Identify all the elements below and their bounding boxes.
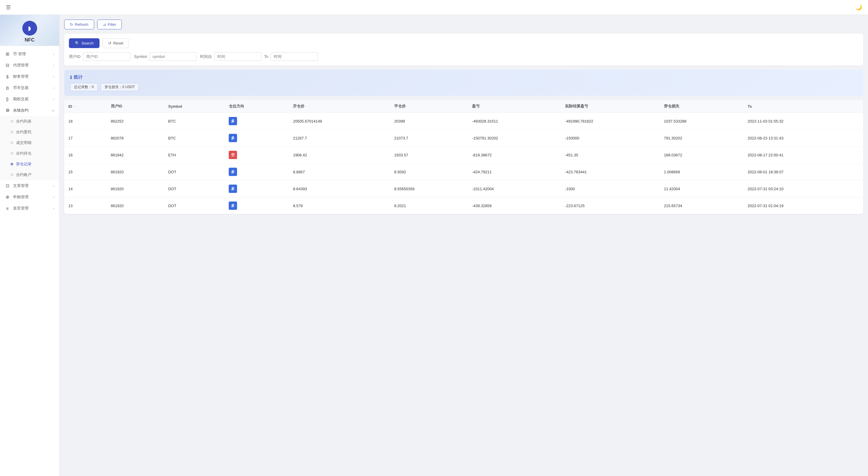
chevron-right-icon: › bbox=[53, 75, 54, 78]
cell-id: 18 bbox=[64, 113, 106, 130]
hamburger-menu[interactable]: ☰ bbox=[6, 4, 11, 11]
cell-close-price: 8.55650356 bbox=[390, 180, 468, 197]
table-row: 18 862252 BTC 多 20505.67014149 20399 -49… bbox=[64, 113, 863, 130]
cell-open-price: 8.8867 bbox=[289, 164, 390, 180]
perpetual-icon: ⚙ bbox=[5, 108, 10, 113]
time-from-field-group: 时间自 To bbox=[200, 52, 318, 61]
sidebar-item-currency-management[interactable]: ⊞ 币 管理 › bbox=[0, 48, 59, 60]
cell-id: 17 bbox=[64, 130, 106, 146]
table-row: 16 861942 ETH 空 1908.42 1933.57 -619.386… bbox=[64, 146, 863, 164]
logo-icon: ◗ bbox=[22, 21, 37, 36]
table-container: ID ↑ 用户ID Symbol 仓位方向 开仓价 平仓价 盈亏 实际结算盈亏 … bbox=[64, 100, 863, 214]
theme-toggle[interactable]: 🌙 bbox=[856, 4, 862, 11]
cell-pnl: -150791.30202 bbox=[468, 130, 561, 146]
table-row: 14 861920 DOT 多 8.64393 8.55650356 -1011… bbox=[64, 180, 863, 197]
col-actual-pnl: 实际结算盈亏 bbox=[561, 100, 660, 113]
time-to-input[interactable] bbox=[271, 52, 318, 61]
sidebar-item-article-management[interactable]: ⊡ 文章管理 › bbox=[0, 180, 59, 192]
sidebar-item-trade-detail[interactable]: 成交明细 bbox=[0, 137, 59, 148]
cell-symbol: BTC bbox=[164, 113, 224, 130]
cell-open-price: 8.579 bbox=[289, 197, 390, 214]
sidebar-item-contract-account[interactable]: 合约账户 bbox=[0, 169, 59, 180]
refresh-icon: ↻ bbox=[70, 22, 73, 27]
cell-open-price: 20505.67014149 bbox=[289, 113, 390, 130]
sidebar-item-contract-list[interactable]: 合约列表 bbox=[0, 116, 59, 127]
sidebar-item-homepage-management[interactable]: ≡ 首页管理 › bbox=[0, 203, 59, 214]
reset-label: Reset bbox=[113, 41, 123, 45]
sidebar-item-futures-trading[interactable]: ₿ 期权交易 › bbox=[0, 94, 59, 105]
cell-direction: 多 bbox=[224, 180, 289, 197]
top-header: ☰ 🌙 bbox=[0, 0, 868, 15]
reset-button[interactable]: ↺ Reset bbox=[102, 38, 129, 48]
dot-icon bbox=[11, 131, 13, 133]
col-ts: Ts bbox=[744, 100, 863, 113]
sidebar-item-label: 代理管理 bbox=[13, 63, 29, 68]
cell-id: 15 bbox=[64, 164, 106, 180]
cell-pnl: -493028.31511 bbox=[468, 113, 561, 130]
col-pnl: 盈亏 bbox=[468, 100, 561, 113]
time-from-label: 时间自 bbox=[200, 54, 212, 59]
currency-icon: ⊞ bbox=[5, 52, 10, 57]
sidebar-item-contract-order[interactable]: 合约委托 bbox=[0, 127, 59, 137]
main-content: ↻ Refresh ⊿ Filter 🔍 Search ↺ Reset bbox=[59, 15, 868, 476]
cell-close-price: 1933.57 bbox=[390, 146, 468, 164]
cell-liquidation-loss: 215.65734 bbox=[660, 197, 744, 214]
cell-liquidation-loss: 791.30202 bbox=[660, 130, 744, 146]
symbol-label: Symbol bbox=[134, 54, 147, 59]
cell-close-price: 8.5092 bbox=[390, 164, 468, 180]
total-records-badge: 总记录数：0 bbox=[70, 83, 98, 91]
chevron-right-icon: › bbox=[53, 195, 54, 199]
sub-item-label: 成交明细 bbox=[16, 140, 31, 145]
user-id-input[interactable] bbox=[83, 52, 130, 61]
search-button[interactable]: 🔍 Search bbox=[69, 38, 99, 48]
filter-button[interactable]: ⊿ Filter bbox=[97, 20, 122, 29]
liquidation-loss-badge: 穿仓损失：0 USDT bbox=[101, 83, 139, 91]
cell-actual-pnl: -423.783441 bbox=[561, 164, 660, 180]
logo-symbol: ◗ bbox=[28, 25, 31, 32]
cell-user-id: 862078 bbox=[106, 130, 164, 146]
sidebar-item-coin-trading[interactable]: B 币市交易 › bbox=[0, 82, 59, 94]
sidebar-item-contract-position[interactable]: 合约持仓 bbox=[0, 148, 59, 159]
chevron-right-icon: › bbox=[53, 184, 54, 188]
sub-item-label: 合约持仓 bbox=[16, 151, 31, 156]
sidebar-item-agent-management[interactable]: ⊟ 代理管理 › bbox=[0, 60, 59, 71]
cell-close-price: 8.2021 bbox=[390, 197, 468, 214]
sidebar-item-finance-management[interactable]: $ 财务管理 › bbox=[0, 71, 59, 82]
stats-title: ℹ 统计 bbox=[70, 74, 857, 80]
data-table: ID ↑ 用户ID Symbol 仓位方向 开仓价 平仓价 盈亏 实际结算盈亏 … bbox=[64, 100, 863, 214]
perpetual-submenu: 合约列表 合约委托 成交明细 合约持仓 穿仓记录 bbox=[0, 116, 59, 180]
subscription-icon: ⊕ bbox=[5, 194, 10, 200]
cell-direction: 多 bbox=[224, 197, 289, 214]
cell-symbol: BTC bbox=[164, 130, 224, 146]
cell-ts: 2022-07-31 01:04:19 bbox=[744, 197, 863, 214]
search-icon: 🔍 bbox=[75, 41, 80, 45]
cell-open-price: 8.64393 bbox=[289, 180, 390, 197]
sidebar-item-subscription-management[interactable]: ⊕ 申购管理 › bbox=[0, 192, 59, 203]
reset-icon: ↺ bbox=[108, 41, 112, 45]
direction-badge: 多 bbox=[229, 168, 237, 176]
cell-close-price: 21073.7 bbox=[390, 130, 468, 146]
futures-icon: ₿ bbox=[5, 97, 10, 102]
sidebar-item-liquidation-record[interactable]: 穿仓记录 bbox=[0, 159, 59, 169]
direction-badge: 多 bbox=[229, 184, 237, 193]
cell-user-id: 861942 bbox=[106, 146, 164, 164]
search-bar: 🔍 Search ↺ Reset 用户ID Symbol 时间 bbox=[64, 34, 863, 66]
toolbar: ↻ Refresh ⊿ Filter bbox=[64, 20, 863, 29]
symbol-input[interactable] bbox=[149, 52, 197, 61]
sidebar-item-perpetual-contract[interactable]: ⚙ 永续合约 ∨ bbox=[0, 105, 59, 116]
sidebar-logo: ◗ NFC bbox=[0, 15, 59, 46]
refresh-button[interactable]: ↻ Refresh bbox=[64, 20, 94, 29]
cell-ts: 2022-11-03 01:55:32 bbox=[744, 113, 863, 130]
col-close-price: 平仓价 bbox=[390, 100, 468, 113]
col-user-id: 用户ID bbox=[106, 100, 164, 113]
cell-pnl: -439.32859 bbox=[468, 197, 561, 214]
time-to-separator: To bbox=[264, 54, 268, 59]
cell-pnl: -619.38672 bbox=[468, 146, 561, 164]
direction-badge: 多 bbox=[229, 117, 237, 125]
sidebar-item-label: 申购管理 bbox=[13, 194, 29, 200]
dot-icon bbox=[11, 141, 13, 144]
time-from-input[interactable] bbox=[214, 52, 262, 61]
direction-badge: 多 bbox=[229, 202, 237, 210]
cell-user-id: 862252 bbox=[106, 113, 164, 130]
user-id-field-group: 用户ID bbox=[69, 52, 130, 61]
